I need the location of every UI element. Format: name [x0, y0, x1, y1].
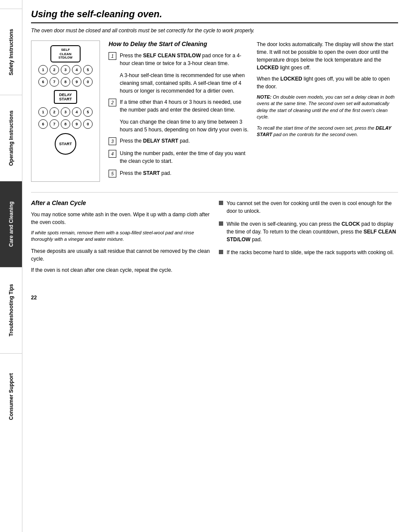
sidebar-item-care[interactable]: Care and Cleaning: [0, 181, 22, 267]
num-btn-5: 5: [83, 65, 93, 75]
page-number: 22: [31, 295, 398, 301]
after-para-3: If the oven is not clean after one clean…: [31, 266, 210, 274]
step-num-2: 2: [109, 99, 116, 106]
sidebar-item-troubleshooting[interactable]: Troubleshooting Tips: [0, 267, 22, 353]
step-1-sub: A 3-hour self-clean time is recommended …: [120, 72, 250, 95]
step-text-4: Using the number pads, enter the time of…: [120, 149, 250, 165]
num-btn-0: 0: [83, 77, 93, 87]
num-btn-d3: 3: [61, 107, 70, 117]
sidebar-item-consumer[interactable]: Consumer Support: [0, 353, 22, 439]
section-divider: [31, 192, 398, 193]
step-5: 5 Press the START pad.: [109, 169, 250, 177]
num-btn-d8: 8: [61, 119, 70, 129]
step-text-1: Press the SELF CLEAN STD/LOW pad once fo…: [120, 52, 250, 67]
num-btn-1: 1: [38, 65, 48, 75]
step-num-5: 5: [109, 170, 116, 177]
step-num-4: 4: [109, 150, 116, 158]
delay-section-heading: How to Delay the Start of Cleaning: [109, 40, 250, 47]
after-note-italic: If white spots remain, remove them with …: [31, 230, 210, 243]
page-title: Using the self-cleaning oven.: [31, 9, 398, 23]
num-btn-d4: 4: [72, 107, 81, 117]
bullet-text-3: If the racks become hard to slide, wipe …: [227, 249, 394, 256]
sidebar-item-safety[interactable]: Safety Instructions: [0, 9, 22, 95]
num-btn-6: 6: [38, 77, 48, 87]
num-row-2: 6 7 8 9 0: [38, 77, 93, 87]
note-double-oven: NOTE: On double oven models, you can set…: [257, 94, 398, 121]
num-btn-2: 2: [50, 65, 59, 75]
instructions-area: How to Delay the Start of Cleaning 1 Pre…: [109, 40, 398, 182]
sidebar-item-operating[interactable]: Operating Instructions: [0, 95, 22, 181]
self-clean-button: SELF CLEAN STD/LOW: [50, 45, 81, 62]
bullet-text-1: You cannot set the oven for cooking unti…: [227, 199, 398, 215]
door-lock-para: The door locks automatically. The displa…: [257, 40, 398, 72]
step-4: 4 Using the number pads, enter the time …: [109, 149, 250, 165]
num-btn-d2: 2: [50, 107, 59, 117]
num-btn-d9: 9: [72, 119, 81, 129]
num-btn-3: 3: [61, 65, 70, 75]
after-para-2: These deposits are usually a salt residu…: [31, 247, 210, 263]
step-3: 3 Press the DELAY START pad.: [109, 137, 250, 145]
after-section: After a Clean Cycle You may notice some …: [31, 199, 398, 277]
step-2-sub: You can change the clean time to any tim…: [120, 118, 250, 134]
step-num-3: 3: [109, 137, 116, 145]
top-section: SELF CLEAN STD/LOW 1 2 3 4 5 6 7 8 9 0 D…: [31, 40, 398, 182]
num-row-3: 1 2 3 4 5: [38, 107, 93, 117]
step-2: 2 If a time other than 4 hours or 3 hour…: [109, 98, 250, 114]
num-btn-d0: 0: [83, 119, 93, 129]
bullet-3: If the racks become hard to slide, wipe …: [219, 249, 398, 256]
start-button: START: [55, 133, 76, 155]
num-btn-d6: 6: [38, 119, 48, 129]
step-text-5: Press the START pad.: [120, 169, 250, 177]
num-btn-d5: 5: [83, 107, 93, 117]
step-1: 1 Press the SELF CLEAN STD/LOW pad once …: [109, 52, 250, 67]
locked-light-para: When the LOCKED light goes off, you will…: [257, 75, 398, 90]
step-num-1: 1: [109, 52, 116, 60]
bullet-2: While the oven is self-cleaning, you can…: [219, 220, 398, 243]
bullet-text-2: While the oven is self-cleaning, you can…: [227, 220, 398, 243]
bullet-icon-2: [219, 221, 223, 226]
after-para-1: You may notice some white ash in the ove…: [31, 211, 210, 226]
sidebar: Safety Instructions Operating Instructio…: [0, 0, 22, 532]
num-btn-8: 8: [61, 77, 70, 87]
after-section-heading: After a Clean Cycle: [31, 199, 210, 206]
num-btn-4: 4: [72, 65, 81, 75]
after-left: After a Clean Cycle You may notice some …: [31, 199, 210, 277]
oven-diagram: SELF CLEAN STD/LOW 1 2 3 4 5 6 7 8 9 0 D…: [31, 40, 100, 182]
step-text-3: Press the DELAY START pad.: [120, 137, 250, 145]
bullet-icon-3: [219, 250, 223, 254]
recall-note: To recall the start time of the second o…: [257, 125, 398, 138]
bullet-1: You cannot set the oven for cooking unti…: [219, 199, 398, 215]
num-row-1: 1 2 3 4 5: [38, 65, 93, 75]
num-btn-d7: 7: [50, 119, 59, 129]
main-content: Using the self-cleaning oven. The oven d…: [22, 0, 411, 532]
instructions-right: The door locks automatically. The displa…: [257, 40, 398, 182]
num-btn-7: 7: [50, 77, 59, 87]
num-btn-9: 9: [72, 77, 81, 87]
subtitle: The oven door must be closed and all con…: [31, 28, 398, 34]
bullet-icon-1: [219, 201, 223, 205]
step-text-2: If a time other than 4 hours or 3 hours …: [120, 98, 250, 114]
instructions-left: How to Delay the Start of Cleaning 1 Pre…: [109, 40, 250, 182]
num-row-4: 6 7 8 9 0: [38, 119, 93, 129]
after-right: You cannot set the oven for cooking unti…: [219, 199, 398, 277]
num-btn-d1: 1: [38, 107, 48, 117]
delay-start-button: DELAY START: [54, 90, 77, 104]
